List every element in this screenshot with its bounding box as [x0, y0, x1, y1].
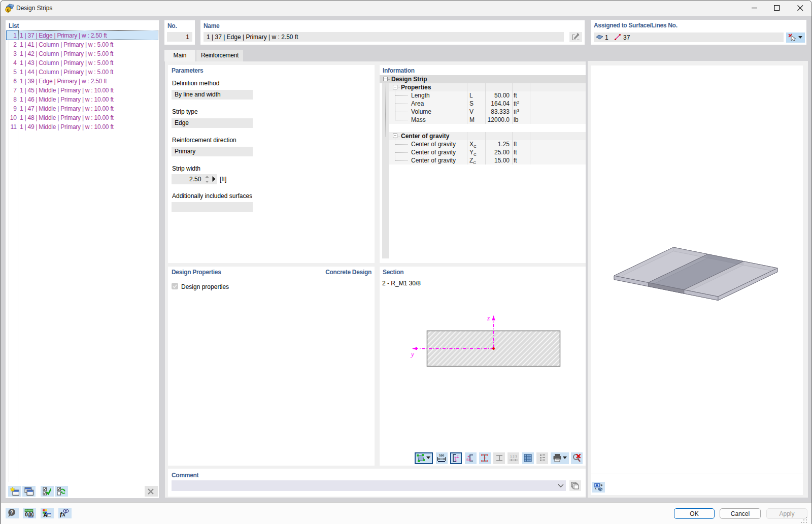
svg-text:00: 00 [28, 512, 33, 517]
svg-text:z: z [456, 460, 458, 463]
svg-text:A: A [43, 512, 47, 518]
svg-text:100: 100 [439, 454, 445, 457]
svg-text:6: 6 [7, 7, 10, 13]
svg-text:SC: SC [466, 458, 471, 462]
svg-text:fx: fx [60, 510, 65, 517]
svg-text:z: z [487, 314, 490, 322]
svg-text:y: y [410, 350, 414, 358]
svg-text:?: ? [10, 510, 13, 515]
svg-text:1 2 3: 1 2 3 [510, 455, 517, 458]
svg-text:y: y [457, 454, 459, 457]
